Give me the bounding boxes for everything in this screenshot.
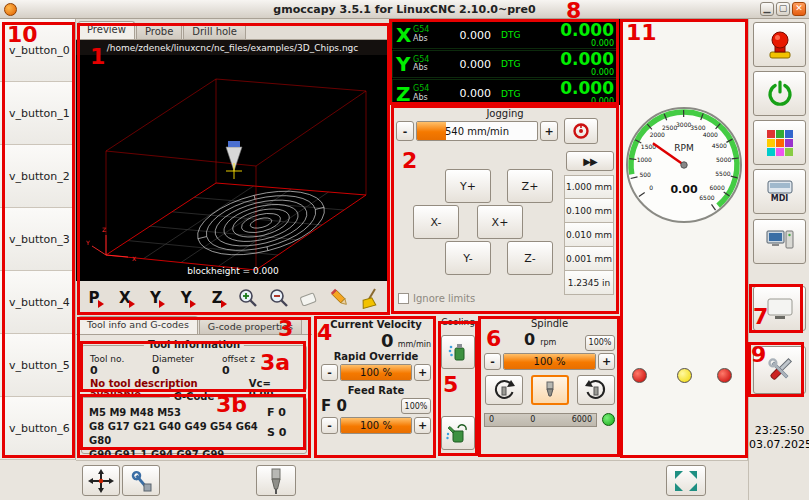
tool-holder xyxy=(228,141,240,147)
sidebar-v-button-6[interactable]: v_button_6 xyxy=(0,397,75,460)
jog-speed-plus-button[interactable]: + xyxy=(540,121,558,141)
spindle-minus-button[interactable]: - xyxy=(484,353,501,370)
feed-rate-slider[interactable]: 100 % xyxy=(340,417,412,434)
tool-change-button[interactable] xyxy=(256,465,296,496)
clean-plot-button[interactable] xyxy=(356,284,386,312)
settings-window-button[interactable] xyxy=(753,286,806,331)
keyboard-button[interactable] xyxy=(753,120,806,165)
minimize-button[interactable]: ▁ xyxy=(760,2,774,16)
spindle-override-slider[interactable]: 100 % xyxy=(503,353,596,370)
view-z-button[interactable]: Z xyxy=(202,284,232,312)
ignore-limits-checkbox[interactable]: Ignore limits xyxy=(398,293,475,304)
svg-text:500: 500 xyxy=(639,171,651,178)
tab-preview[interactable]: Preview xyxy=(78,21,135,39)
auto-mode-button[interactable] xyxy=(753,219,806,264)
status-light-red-left xyxy=(632,368,647,383)
estop-icon xyxy=(763,29,797,61)
zoom-out-button[interactable] xyxy=(264,284,294,312)
estop-button[interactable] xyxy=(753,22,806,67)
rapid-minus-button[interactable]: - xyxy=(321,364,338,381)
dro-axis-x[interactable]: X G54Abs 0.000 DTG 0.0000.000 xyxy=(392,21,618,49)
view-p-button[interactable]: P xyxy=(79,284,109,312)
clear-plot-button[interactable] xyxy=(295,284,325,312)
close-button[interactable]: ✕ xyxy=(792,2,806,16)
increment-item[interactable]: 0.100 mm xyxy=(564,199,614,223)
cross-arrows-icon xyxy=(87,468,115,494)
gcode-line: M5 M9 M48 M53 xyxy=(89,406,267,420)
jog-speed-minus-button[interactable]: - xyxy=(396,121,414,141)
sidebar-v-button-5[interactable]: v_button_5 xyxy=(0,334,75,397)
tool-edit-button[interactable] xyxy=(122,465,160,496)
sidebar-v-button-0[interactable]: v_button_0 xyxy=(0,19,75,82)
setup-tools-button[interactable] xyxy=(753,346,806,394)
zoom-out-icon xyxy=(268,287,290,309)
manual-mode-button[interactable] xyxy=(82,465,120,496)
mdi-screen-icon xyxy=(767,180,793,194)
sidebar-v-button-3[interactable]: v_button_3 xyxy=(0,208,75,271)
view-x-button[interactable]: X xyxy=(110,284,140,312)
velocity-panel: Current Velocity 0 mm/min Rapid Override… xyxy=(315,315,437,460)
svg-text:6000: 6000 xyxy=(709,184,724,191)
spindle-at-speed-led xyxy=(602,413,615,426)
spindle-cw-button[interactable] xyxy=(577,375,615,405)
spindle-rpm-value: 0 xyxy=(524,330,535,349)
feed-minus-button[interactable]: - xyxy=(321,417,338,434)
sidebar-v-button-1[interactable]: v_button_1 xyxy=(0,82,75,145)
bottom-toolbar xyxy=(76,460,748,500)
tool-info-tabs: Tool info and G-codes G-code properties xyxy=(76,315,312,335)
machine-on-button[interactable] xyxy=(753,71,806,116)
jog-x-plus-button[interactable]: X+ xyxy=(477,205,523,239)
increment-item[interactable]: 0.010 mm xyxy=(564,223,614,247)
spindle-stop-button[interactable] xyxy=(531,375,569,405)
left-button-sidebar: v_button_0 v_button_1 v_button_2 v_butto… xyxy=(0,19,76,460)
maximize-button[interactable]: ▢ xyxy=(776,2,790,16)
spindle-unit: rpm xyxy=(540,338,556,347)
edit-gcode-button[interactable] xyxy=(325,284,355,312)
rapid-plus-button[interactable]: + xyxy=(414,364,431,381)
pencil-icon xyxy=(329,287,351,309)
spindle-plus-button[interactable]: + xyxy=(598,353,615,370)
tab-gcode-properties[interactable]: G-code properties xyxy=(199,318,302,334)
current-velocity-value: 0 xyxy=(381,330,394,351)
dro-axis-z[interactable]: Z G54Abs 0.000 DTG 0.0000.000 xyxy=(392,79,618,107)
rpm-gauge: 0500100015002000250030003500400045005000… xyxy=(624,105,744,225)
jog-speed-slider[interactable]: 540 mm/min xyxy=(416,121,538,141)
status-light-yellow xyxy=(677,368,692,383)
view-y2-button[interactable]: Y xyxy=(171,284,201,312)
zoom-in-button[interactable] xyxy=(233,284,263,312)
jog-z-plus-button[interactable]: Z+ xyxy=(507,169,553,203)
rapid-override-slider[interactable]: 100 % xyxy=(340,364,412,381)
jog-fast-button[interactable]: ▶▶ xyxy=(566,151,614,171)
spindle-ccw-button[interactable] xyxy=(485,375,523,405)
view-y-button[interactable]: Y xyxy=(141,284,171,312)
gcode-speed: S 0 xyxy=(267,426,299,439)
mist-button[interactable] xyxy=(441,335,475,369)
svg-text:0: 0 xyxy=(649,184,653,191)
jog-z-minus-button[interactable]: Z- xyxy=(507,241,553,275)
sidebar-v-button-2[interactable]: v_button_2 xyxy=(0,145,75,208)
feed-reset-button[interactable]: 100% xyxy=(401,398,431,414)
fullscreen-icon xyxy=(673,469,699,493)
jog-x-minus-button[interactable]: X- xyxy=(413,205,459,239)
increment-item[interactable]: 1.000 mm xyxy=(564,175,614,199)
sidebar-v-button-4[interactable]: v_button_4 xyxy=(0,271,75,334)
gcode-line: G8 G17 G21 G40 G49 G54 G64 G80 xyxy=(89,420,267,448)
spindle-reset-button[interactable]: 100% xyxy=(585,335,615,351)
jog-y-minus-button[interactable]: Y- xyxy=(445,241,491,275)
flood-button[interactable] xyxy=(441,416,475,450)
spindle-panel: Spindle 0 rpm 100% - 100 % + xyxy=(479,315,620,460)
mdi-mode-button[interactable]: MDI xyxy=(753,169,806,214)
dro-axis-y[interactable]: Y G54Abs 0.000 DTG 0.0000.000 xyxy=(392,50,618,78)
tab-drill-hole[interactable]: Drill hole xyxy=(183,23,246,39)
tab-probe[interactable]: Probe xyxy=(136,23,182,39)
jog-y-plus-button[interactable]: Y+ xyxy=(445,169,491,203)
increment-item[interactable]: 0.001 mm xyxy=(564,247,614,271)
feed-plus-button[interactable]: + xyxy=(414,417,431,434)
gcode-frame: G-Code M5 M9 M48 M53 G8 G17 G21 G40 G49 … xyxy=(81,397,307,454)
increment-item[interactable]: 1.2345 in xyxy=(564,271,614,295)
tab-tool-info-gcodes[interactable]: Tool info and G-codes xyxy=(78,316,198,334)
jog-mode-button[interactable] xyxy=(564,118,598,144)
spindle-tool-icon xyxy=(266,467,286,495)
gremlin-3d-preview[interactable]: X Y Z blockheight = 0.000 xyxy=(76,55,390,281)
fullscreen-button[interactable] xyxy=(666,465,706,496)
